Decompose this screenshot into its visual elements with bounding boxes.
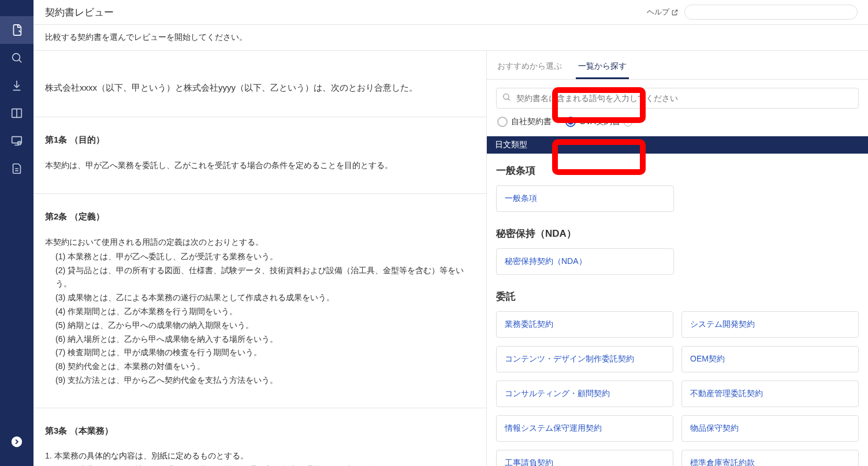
tabs: おすすめから選ぶ 一覧から探す xyxy=(487,51,868,80)
sidebar-item-download[interactable] xyxy=(0,72,33,99)
contract-search-input[interactable] xyxy=(496,88,859,109)
sidebar-item-monitor[interactable] xyxy=(0,127,33,155)
category-title: 委託 xyxy=(496,290,859,303)
sidebar-item-file[interactable] xyxy=(0,155,33,182)
monitor-icon xyxy=(10,135,23,147)
contract-type-button[interactable]: 標準倉庫寄託約款 xyxy=(681,450,859,466)
definition-item: (7) 検査期間とは、甲が成果物の検査を行う期間をいう。 xyxy=(55,346,475,360)
contract-type-button[interactable]: 工事請負契約 xyxy=(496,450,673,466)
definition-item: (6) 納入場所とは、乙から甲へ成果物を納入する場所をいう。 xyxy=(55,333,475,346)
radio-icon xyxy=(565,117,576,127)
section-heading: 第3条 （本業務） xyxy=(45,426,475,437)
section-lead: 本契約において使用される用語の定義は次のとおりとする。 xyxy=(45,235,475,250)
contract-type-button[interactable]: システム開発契約 xyxy=(681,311,859,338)
definition-item: (9) 支払方法とは、甲から乙へ契約代金を支払う方法をいう。 xyxy=(55,374,475,387)
sidebar-item-search[interactable] xyxy=(0,44,33,72)
file-icon xyxy=(10,162,23,175)
radio-gva-label: GVA契約書 xyxy=(579,117,620,127)
right-panel: おすすめから選ぶ 一覧から探す 自社契約書 xyxy=(487,51,868,466)
sidebar-item-document[interactable] xyxy=(0,16,33,44)
section-heading: 第1条 （目的） xyxy=(45,135,475,146)
contract-type-button[interactable]: 一般条項 xyxy=(496,185,674,212)
sidebar-item-compare[interactable] xyxy=(0,99,33,127)
contract-type-button[interactable]: 業務委託契約 xyxy=(496,311,673,338)
top-search-input[interactable] xyxy=(684,5,858,20)
svg-rect-2 xyxy=(12,137,22,143)
definition-item: (4) 作業期間とは、乙が本業務を行う期間をいう。 xyxy=(55,305,475,319)
document-section: 第1条 （目的）本契約は、甲が乙へ業務を委託し、乙がこれを受託する場合の条件を定… xyxy=(33,117,486,194)
chevron-right-circle-icon xyxy=(10,435,23,448)
subtitle-bar: 比較する契約書を選んでレビューを開始してください。 xyxy=(33,24,868,51)
document-intro: 株式会社xxxx（以下、甲という）と株式会社yyyy（以下、乙という）は、次のと… xyxy=(33,51,486,117)
svg-point-4 xyxy=(12,437,22,447)
category-group: 委託業務委託契約システム開発契約コンテンツ・デザイン制作委託契約OEM契約コンサ… xyxy=(496,290,859,466)
definition-item: (8) 契約代金とは、本業務の対価をいう。 xyxy=(55,360,475,374)
search-icon xyxy=(502,92,511,104)
section-text: 本契約は、甲が乙へ業務を委託し、乙がこれを受託する場合の条件を定めることを目的と… xyxy=(45,158,475,173)
contract-type-button[interactable]: OEM契約 xyxy=(681,346,859,372)
definition-item: (3) 成果物とは、乙による本業務の遂行の結果として作成される成果をいう。 xyxy=(55,291,475,305)
category-scroll[interactable]: 一般条項一般条項秘密保持（NDA）秘密保持契約（NDA）委託業務委託契約システム… xyxy=(487,154,868,466)
radio-gva-contract[interactable]: GVA契約書 ? xyxy=(565,117,632,127)
svg-point-5 xyxy=(504,94,509,99)
help-label: ヘルプ xyxy=(647,7,669,17)
contract-type-button[interactable]: 情報システム保守運用契約 xyxy=(496,415,673,442)
category-title: 秘密保持（NDA） xyxy=(496,227,859,240)
sidebar xyxy=(0,0,33,466)
radio-own-contract[interactable]: 自社契約書 xyxy=(497,117,552,127)
contract-type-button[interactable]: 不動産管理委託契約 xyxy=(681,381,859,407)
topbar: 契約書レビュー ヘルプ xyxy=(33,0,868,24)
radio-own-label: 自社契約書 xyxy=(511,117,552,127)
download-icon xyxy=(10,79,23,92)
numbered-item: 2. 乙は、本業務の遂行に携わる従業員への指示、労務管理、安全衛生管理等を乙の責… xyxy=(45,463,475,466)
document-panel[interactable]: 株式会社xxxx（以下、甲という）と株式会社yyyy（以下、乙という）は、次のと… xyxy=(33,51,487,466)
help-icon[interactable]: ? xyxy=(624,118,632,126)
definition-item: (2) 貸与品とは、甲の所有する図面、仕様書、試験データ、技術資料および設備（治… xyxy=(55,264,475,292)
search-icon xyxy=(10,51,23,64)
radio-icon xyxy=(497,117,508,127)
category-title: 一般条項 xyxy=(496,164,859,177)
definition-item: (5) 納期とは、乙から甲への成果物の納入期限をいう。 xyxy=(55,319,475,333)
contract-type-button[interactable]: コンテンツ・デザイン制作委託契約 xyxy=(496,346,673,372)
svg-point-0 xyxy=(13,54,20,61)
category-group: 一般条項一般条項 xyxy=(496,164,859,212)
section-heading: 第2条 （定義） xyxy=(45,211,475,222)
numbered-item: 1. 本業務の具体的な内容は、別紙に定めるものとする。 xyxy=(45,449,475,463)
tab-list[interactable]: 一覧から探す xyxy=(576,57,629,79)
contract-type-button[interactable]: コンサルティング・顧問契約 xyxy=(496,381,673,407)
category-band: 日文類型 xyxy=(487,136,868,154)
category-group: 秘密保持（NDA）秘密保持契約（NDA） xyxy=(496,227,859,275)
document-icon xyxy=(10,24,23,36)
contract-source-radio-group: 自社契約書 GVA契約書 ? xyxy=(487,117,868,136)
external-link-icon xyxy=(671,9,679,16)
help-link[interactable]: ヘルプ xyxy=(647,7,679,17)
document-section: 第2条 （定義）本契約において使用される用語の定義は次のとおりとする。(1) 本… xyxy=(33,194,486,408)
contract-type-button[interactable]: 秘密保持契約（NDA） xyxy=(496,248,674,275)
document-section: 第3条 （本業務）1. 本業務の具体的な内容は、別紙に定めるものとする。2. 乙… xyxy=(33,408,486,466)
definition-item: (1) 本業務とは、甲が乙へ委託し、乙が受託する業務をいう。 xyxy=(55,250,475,264)
contract-type-button[interactable]: 物品保守契約 xyxy=(681,415,859,442)
sidebar-item-expand[interactable] xyxy=(0,428,33,456)
tab-recommended[interactable]: おすすめから選ぶ xyxy=(495,57,564,79)
split-view-icon xyxy=(10,107,23,120)
page-title: 契約書レビュー xyxy=(45,6,114,19)
